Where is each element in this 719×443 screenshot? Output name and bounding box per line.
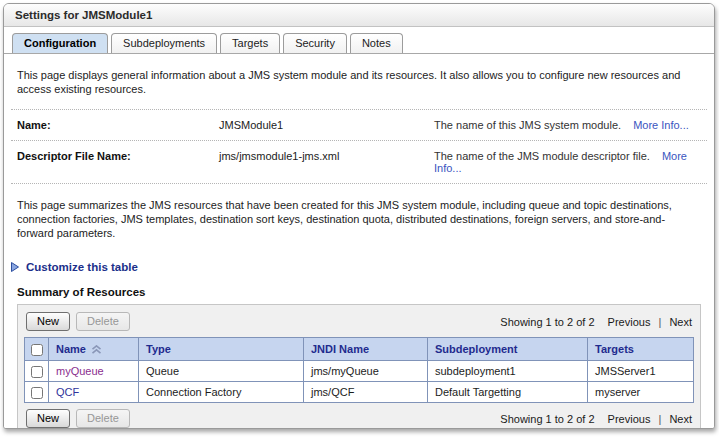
more-info-link[interactable]: More Info... — [633, 119, 689, 131]
select-all-checkbox[interactable] — [31, 344, 43, 356]
tab-security[interactable]: Security — [283, 33, 347, 53]
table-header-row: Name Type JNDI Name Subdeployment Target… — [25, 338, 694, 361]
page-title: Settings for JMSModule1 — [4, 4, 714, 27]
column-header-type[interactable]: Type — [139, 338, 304, 361]
cell-targets: myserver — [588, 382, 694, 403]
table-row: QCF Connection Factory jms/QCF Default T… — [25, 382, 694, 403]
pagination-showing-text: Showing 1 to 2 of 2 — [500, 413, 594, 425]
resources-table: Name Type JNDI Name Subdeployment Target… — [24, 337, 694, 403]
property-label: Name: — [17, 119, 219, 131]
property-row-name: Name: JMSModule1 The name of this JMS sy… — [4, 110, 714, 140]
cell-jndi-name: jms/myQueue — [304, 361, 428, 382]
property-description: The name of the JMS module descriptor fi… — [434, 150, 650, 162]
cell-targets: JMSServer1 — [588, 361, 694, 382]
expand-arrow-icon — [10, 261, 20, 273]
tab-notes[interactable]: Notes — [350, 33, 403, 53]
table-row: myQueue Queue jms/myQueue subdeployment1… — [25, 361, 694, 382]
column-header-jndi-name[interactable]: JNDI Name — [304, 338, 428, 361]
cell-subdeployment: subdeployment1 — [428, 361, 588, 382]
tab-subdeployments[interactable]: Subdeployments — [111, 33, 217, 53]
table-toolbar-bottom: New Delete Showing 1 to 2 of 2 Previous … — [24, 403, 694, 429]
customize-table-link[interactable]: Customize this table — [10, 261, 714, 273]
next-page-link[interactable]: Next — [669, 413, 692, 425]
pagination-showing-text: Showing 1 to 2 of 2 — [500, 316, 594, 328]
column-header-name[interactable]: Name — [49, 338, 139, 361]
resources-table-title: Summary of Resources — [17, 286, 714, 298]
column-header-subdeployment[interactable]: Subdeployment — [428, 338, 588, 361]
cell-type: Connection Factory — [139, 382, 304, 403]
select-all-header-cell — [25, 338, 49, 361]
pagination-separator: | — [658, 316, 661, 328]
pagination-separator: | — [658, 413, 661, 425]
configuration-panel: This page displays general information a… — [4, 68, 714, 429]
next-page-link[interactable]: Next — [669, 316, 692, 328]
delete-button[interactable]: Delete — [76, 409, 130, 428]
new-button[interactable]: New — [26, 312, 70, 331]
cell-subdeployment: Default Targetting — [428, 382, 588, 403]
cell-type: Queue — [139, 361, 304, 382]
row-checkbox[interactable] — [31, 387, 43, 399]
intro-text: This page displays general information a… — [17, 68, 701, 96]
divider — [11, 183, 707, 184]
tab-bar: Configuration Subdeployments Targets Sec… — [4, 27, 714, 54]
property-row-descriptor-file: Descriptor File Name: jms/jmsmodule1-jms… — [4, 141, 714, 183]
settings-window: Settings for JMSModule1 Configuration Su… — [3, 3, 715, 429]
pagination-top: Showing 1 to 2 of 2 Previous | Next — [500, 316, 692, 328]
table-toolbar-top: New Delete Showing 1 to 2 of 2 Previous … — [24, 310, 694, 337]
previous-page-link[interactable]: Previous — [608, 316, 651, 328]
delete-button[interactable]: Delete — [76, 312, 130, 331]
pagination-bottom: Showing 1 to 2 of 2 Previous | Next — [500, 413, 692, 425]
resource-link-qcf[interactable]: QCF — [56, 386, 79, 398]
resource-link-myqueue[interactable]: myQueue — [56, 365, 104, 377]
tab-targets[interactable]: Targets — [220, 33, 280, 53]
property-label: Descriptor File Name: — [17, 150, 219, 162]
column-header-targets[interactable]: Targets — [588, 338, 694, 361]
property-description: The name of this JMS system module. — [434, 119, 621, 131]
new-button[interactable]: New — [26, 409, 70, 428]
previous-page-link[interactable]: Previous — [608, 413, 651, 425]
property-value: jms/jmsmodule1-jms.xml — [219, 150, 434, 162]
sort-ascending-icon[interactable] — [91, 345, 102, 354]
property-value: JMSModule1 — [219, 119, 434, 131]
tab-configuration[interactable]: Configuration — [12, 33, 108, 53]
resources-table-box: New Delete Showing 1 to 2 of 2 Previous … — [17, 304, 701, 429]
resources-summary-text: This page summarizes the JMS resources t… — [17, 198, 701, 240]
row-checkbox[interactable] — [31, 366, 43, 378]
cell-jndi-name: jms/QCF — [304, 382, 428, 403]
customize-table-label: Customize this table — [26, 261, 138, 273]
